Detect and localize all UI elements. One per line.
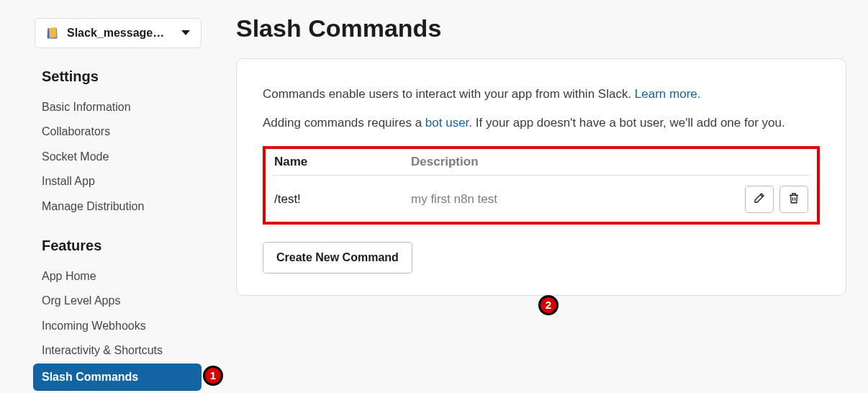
caret-down-icon bbox=[181, 27, 191, 40]
nav-manage-distribution[interactable]: Manage Distribution bbox=[35, 194, 202, 219]
commands-table-highlight: Name Description /test! my first n8n tes… bbox=[263, 146, 820, 225]
intro2-pre: Adding commands requires a bbox=[263, 116, 425, 130]
col-header-name: Name bbox=[274, 155, 411, 169]
intro-pre: Commands enable users to interact with y… bbox=[263, 87, 635, 101]
settings-heading: Settings bbox=[42, 68, 202, 85]
delete-button[interactable] bbox=[779, 186, 808, 213]
intro-text-1: Commands enable users to interact with y… bbox=[263, 85, 820, 104]
cmd-name: /test! bbox=[274, 192, 411, 207]
nav-slash-commands[interactable]: Slash Commands bbox=[33, 363, 202, 391]
sidebar: Slack_message… Settings Basic Informatio… bbox=[0, 14, 216, 393]
app-name: Slack_message… bbox=[67, 27, 175, 40]
app-selector[interactable]: Slack_message… bbox=[35, 18, 202, 48]
create-new-command-button[interactable]: Create New Command bbox=[263, 242, 412, 274]
nav-install-app[interactable]: Install App bbox=[35, 169, 202, 194]
nav-incoming-webhooks[interactable]: Incoming Webhooks bbox=[35, 314, 202, 338]
nav-interactivity-shortcuts[interactable]: Interactivity & Shortcuts bbox=[35, 338, 202, 363]
cmd-description: my first n8n test bbox=[411, 192, 745, 207]
edit-button[interactable] bbox=[745, 186, 774, 213]
nav-app-home[interactable]: App Home bbox=[35, 264, 202, 289]
annotation-badge-1: 1 bbox=[203, 366, 223, 386]
page-title: Slash Commands bbox=[236, 14, 846, 42]
main-content: Slash Commands Commands enable users to … bbox=[216, 14, 868, 393]
row-actions bbox=[745, 186, 808, 213]
intro2-post: . If your app doesn't have a bot user, w… bbox=[469, 116, 785, 130]
table-header: Name Description bbox=[273, 155, 810, 176]
table-row: /test! my first n8n test bbox=[273, 176, 810, 214]
nav-basic-information[interactable]: Basic Information bbox=[35, 95, 202, 119]
pencil-icon bbox=[753, 191, 766, 207]
features-nav: App Home Org Level Apps Incoming Webhook… bbox=[35, 264, 202, 391]
nav-org-level-apps[interactable]: Org Level Apps bbox=[35, 289, 202, 313]
nav-collaborators[interactable]: Collaborators bbox=[35, 119, 202, 144]
intro-text-2: Adding commands requires a bot user. If … bbox=[263, 114, 820, 132]
trash-icon bbox=[787, 191, 800, 207]
commands-card: Commands enable users to interact with y… bbox=[236, 58, 846, 296]
bot-user-link[interactable]: bot user bbox=[425, 116, 469, 130]
col-header-description: Description bbox=[411, 155, 808, 169]
features-heading: Features bbox=[42, 238, 202, 254]
nav-socket-mode[interactable]: Socket Mode bbox=[35, 145, 202, 169]
annotation-badge-2: 2 bbox=[538, 295, 559, 315]
settings-nav: Basic Information Collaborators Socket M… bbox=[35, 95, 202, 219]
app-icon bbox=[45, 26, 60, 40]
learn-more-link[interactable]: Learn more. bbox=[635, 87, 701, 101]
